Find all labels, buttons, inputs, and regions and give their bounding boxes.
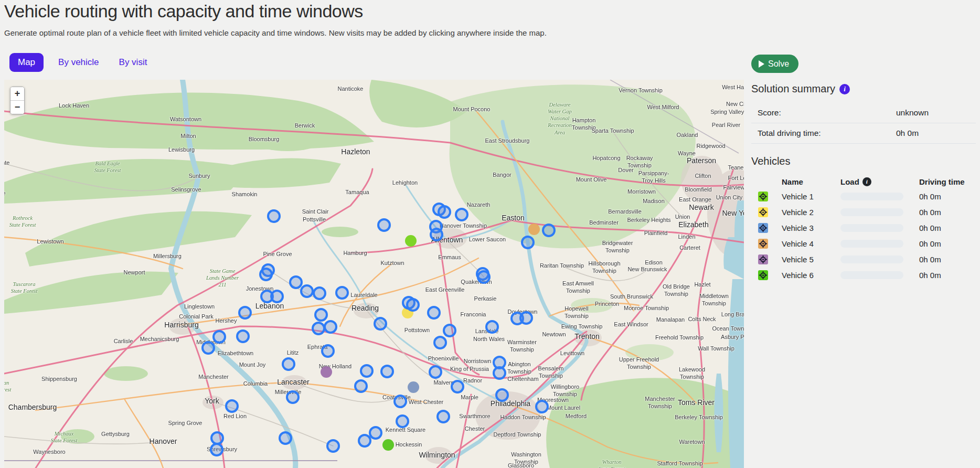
visit-marker[interactable] (282, 357, 295, 371)
col-load: Load i (840, 177, 919, 186)
map-zoom-control: + − (10, 87, 25, 114)
visit-marker[interactable] (259, 268, 273, 281)
visit-marker[interactable] (393, 395, 407, 408)
visit-marker[interactable] (212, 330, 226, 344)
solve-button[interactable]: Solve (751, 55, 798, 73)
visit-marker[interactable] (314, 308, 328, 322)
summary-info-icon[interactable]: i (839, 84, 850, 94)
vehicles-table: Name Load i Driving time Vehicle 10h 0mV… (751, 175, 976, 283)
vehicle-row: Vehicle 20h 0m (751, 204, 976, 220)
visit-marker[interactable] (429, 365, 442, 379)
visit-marker[interactable] (354, 379, 368, 393)
visit-marker[interactable] (225, 399, 239, 413)
vehicle-load-bar (840, 208, 903, 216)
page-title: Vehicle routing with capacity and time w… (4, 1, 363, 22)
page-subtitle: Generate optimal route plan of a vehicle… (4, 28, 547, 37)
visit-marker[interactable] (380, 365, 394, 378)
visit-marker[interactable] (377, 218, 391, 232)
load-info-icon[interactable]: i (862, 177, 871, 186)
visit-marker[interactable] (451, 380, 464, 393)
visit-marker[interactable] (236, 329, 250, 343)
visit-marker[interactable] (300, 284, 314, 298)
tab-by-visit[interactable]: By visit (114, 53, 153, 72)
visit-marker[interactable] (406, 298, 420, 312)
vehicle-row: Vehicle 50h 0m (751, 251, 976, 267)
visit-marker[interactable] (326, 439, 340, 453)
visit-marker[interactable] (374, 317, 387, 331)
vehicle-name: Vehicle 2 (782, 208, 840, 217)
visit-marker[interactable] (433, 336, 447, 349)
vehicle-driving-time: 0h 0m (919, 271, 976, 280)
vehicle-load-bar (840, 240, 903, 248)
visit-marker[interactable] (396, 414, 409, 428)
app-root: Vehicle routing with capacity and time w… (0, 0, 980, 468)
visit-marker[interactable] (438, 205, 451, 219)
visit-marker[interactable] (321, 344, 335, 358)
vehicle-driving-time: 0h 0m (919, 255, 976, 264)
vehicle-load-bar (840, 193, 903, 200)
vehicle-load-cell (840, 256, 919, 263)
vehicle-name: Vehicle 3 (782, 224, 840, 232)
tab-by-vehicle[interactable]: By vehicle (53, 53, 104, 72)
vehicle-load-cell (840, 208, 919, 216)
vehicle-name: Vehicle 4 (782, 239, 840, 248)
visit-marker[interactable] (312, 322, 325, 335)
depot-marker[interactable] (321, 366, 332, 378)
visit-marker[interactable] (313, 286, 326, 300)
vehicle-crosshairs-icon (758, 270, 768, 280)
col-driving-time: Driving time (919, 177, 976, 186)
visit-marker[interactable] (519, 311, 533, 325)
vehicle-crosshairs-icon (758, 239, 768, 249)
visit-marker[interactable] (477, 270, 491, 284)
visit-marker[interactable] (427, 306, 441, 320)
depot-marker[interactable] (382, 439, 394, 451)
visit-marker[interactable] (535, 400, 549, 413)
visit-marker[interactable] (270, 290, 284, 303)
summary-table: Score:unknownTotal driving time:0h 0m (751, 102, 976, 144)
vehicle-driving-time: 0h 0m (919, 224, 976, 232)
depot-marker[interactable] (528, 224, 540, 235)
vehicle-name: Vehicle 1 (782, 192, 840, 201)
vehicle-load-bar (840, 256, 903, 263)
visit-marker[interactable] (455, 208, 468, 221)
visit-marker[interactable] (201, 341, 215, 355)
visit-marker[interactable] (542, 224, 556, 237)
visit-marker[interactable] (286, 390, 300, 404)
vehicle-crosshairs-icon (758, 192, 768, 201)
zoom-out-button[interactable]: − (10, 101, 24, 114)
depot-marker[interactable] (408, 381, 419, 393)
col-load-text: Load (840, 177, 859, 186)
summary-row-value: 0h 0m (890, 123, 976, 144)
vehicle-driving-time: 0h 0m (919, 192, 976, 201)
summary-row-value: unknown (890, 103, 976, 123)
visit-marker[interactable] (495, 388, 509, 402)
tab-map[interactable]: Map (9, 53, 44, 72)
visit-marker[interactable] (324, 320, 337, 334)
visit-marker[interactable] (436, 410, 450, 423)
visit-marker[interactable] (267, 209, 281, 223)
vehicle-load-cell (840, 240, 919, 248)
vehicle-driving-time: 0h 0m (919, 239, 976, 248)
route-map[interactable]: Lock HavenWatsontownMiltonLewisburgBloom… (4, 80, 744, 468)
vehicle-crosshairs-icon (758, 207, 768, 217)
vehicle-name: Vehicle 6 (782, 271, 840, 280)
vehicle-load-cell (840, 271, 919, 279)
visit-marker[interactable] (210, 443, 223, 456)
visit-marker[interactable] (493, 366, 506, 380)
zoom-in-button[interactable]: + (10, 87, 24, 101)
visit-marker[interactable] (430, 228, 443, 241)
play-icon (759, 60, 764, 68)
visit-marker[interactable] (360, 364, 374, 378)
vehicle-row: Vehicle 30h 0m (751, 220, 976, 236)
map-base-tiles (4, 80, 744, 468)
vehicle-driving-time: 0h 0m (919, 208, 976, 217)
depot-marker[interactable] (405, 235, 417, 247)
visit-marker[interactable] (335, 286, 349, 300)
visit-marker[interactable] (521, 236, 535, 249)
visit-marker[interactable] (238, 306, 252, 320)
visit-marker[interactable] (443, 324, 456, 337)
visit-marker[interactable] (369, 426, 382, 440)
visit-marker[interactable] (485, 320, 499, 334)
visit-marker[interactable] (279, 431, 292, 445)
vehicle-crosshairs-icon (758, 223, 768, 233)
